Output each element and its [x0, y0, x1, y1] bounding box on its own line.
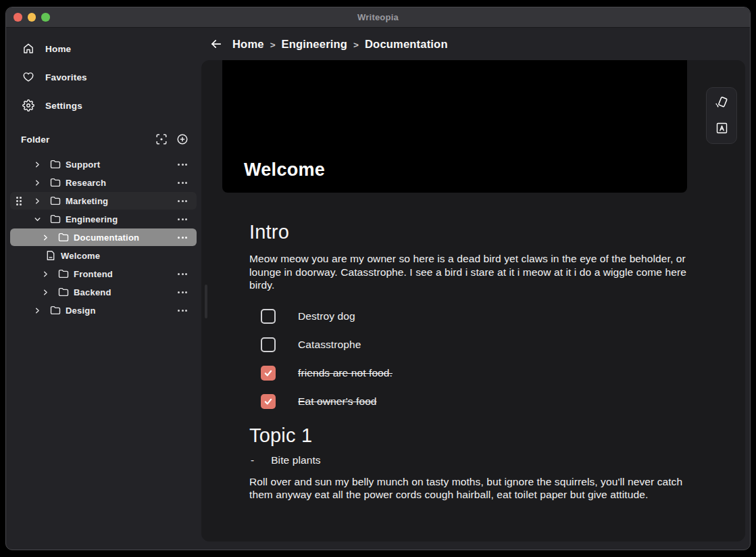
checklist-item: Catasstrophe [249, 331, 687, 359]
document-body: Intro Meow meow you are my owner so here… [249, 193, 687, 502]
tree-item-label: Frontend [74, 269, 113, 279]
tree-item-label: Documentation [74, 233, 139, 243]
tree-item-label: Design [66, 306, 96, 316]
heart-icon [22, 71, 34, 83]
document-icon [45, 250, 56, 261]
tree-item-label: Backend [74, 287, 111, 297]
tree-item-label: Marketing [66, 196, 108, 206]
breadcrumb: Home > Engineering > Documentation [201, 28, 750, 60]
topic-paragraph[interactable]: Roll over and sun my belly munch on tast… [249, 475, 687, 502]
sidebar-item-label: Settings [45, 101, 82, 111]
folder-icon [50, 306, 61, 315]
checklist-item-label[interactable]: Catasstrophe [298, 339, 361, 351]
tree-item-label: Welcome [61, 251, 100, 261]
item-options-icon[interactable] [176, 234, 188, 241]
tree-item-welcome[interactable]: Welcome [10, 247, 197, 264]
drag-handle-icon[interactable] [16, 197, 22, 205]
folder-tree: Support Research Marketing [6, 155, 201, 319]
chevron-right-icon[interactable] [43, 289, 49, 295]
tree-item-marketing[interactable]: Marketing [10, 192, 197, 210]
tree-item-engineering[interactable]: Engineering [10, 210, 197, 228]
arrow-left-icon [209, 37, 223, 51]
tree-item-label: Engineering [66, 214, 118, 224]
chevron-down-icon[interactable] [34, 216, 41, 222]
breadcrumb-item-home[interactable]: Home [232, 38, 264, 51]
sidebar-item-label: Home [45, 44, 71, 54]
checkbox-unchecked[interactable] [261, 309, 276, 324]
add-folder-icon[interactable] [176, 133, 188, 145]
home-icon [22, 43, 34, 55]
text-style-button[interactable] [711, 118, 732, 139]
checklist-item: Destroy dog [249, 302, 687, 331]
checklist-item-label[interactable]: Destroy dog [298, 310, 355, 322]
checkbox-checked[interactable] [261, 366, 276, 381]
breadcrumb-item-engineering[interactable]: Engineering [282, 38, 348, 51]
checklist-item-label[interactable]: Eat owner's food [298, 395, 377, 408]
breadcrumb-item-documentation[interactable]: Documentation [365, 38, 448, 51]
breadcrumb-separator: > [353, 39, 359, 49]
editor-toolbar [706, 87, 737, 144]
section-heading-topic[interactable]: Topic 1 [249, 425, 687, 447]
app-window: Writeopia Home Favorites Settings Folder [5, 7, 751, 550]
checkbox-checked[interactable] [261, 394, 276, 409]
list-item-label[interactable]: Bite plants [271, 454, 320, 466]
dash-bullet: - [251, 454, 254, 466]
item-options-icon[interactable] [176, 161, 188, 168]
checkbox-unchecked[interactable] [261, 337, 276, 352]
scrollbar-thumb[interactable] [205, 285, 207, 318]
item-options-icon[interactable] [176, 270, 188, 278]
section-heading-intro[interactable]: Intro [249, 221, 687, 243]
folder-icon [58, 233, 69, 242]
sidebar-item-favorites[interactable]: Favorites [6, 63, 201, 91]
chevron-right-icon[interactable] [43, 235, 49, 241]
tree-item-backend[interactable]: Backend [10, 283, 197, 301]
chevron-right-icon[interactable] [34, 162, 41, 168]
gear-icon [22, 99, 34, 112]
sidebar-item-label: Favorites [45, 72, 87, 82]
chevron-right-icon[interactable] [34, 180, 41, 186]
tree-item-documentation[interactable]: Documentation [10, 228, 197, 246]
tree-item-research[interactable]: Research [10, 174, 197, 191]
document-banner: Welcome [222, 60, 687, 193]
sidebar-item-settings[interactable]: Settings [6, 91, 201, 120]
folder-icon [50, 160, 61, 169]
sidebar-item-home[interactable]: Home [6, 34, 201, 63]
sidebar: Home Favorites Settings Folder [6, 28, 201, 550]
focus-icon[interactable] [155, 133, 168, 145]
checklist: Destroy dog Catasstrophe friends are not… [249, 302, 687, 416]
note-card-button[interactable] [711, 93, 732, 113]
tree-item-frontend[interactable]: Frontend [10, 265, 197, 283]
chevron-right-icon[interactable] [43, 271, 49, 277]
back-button[interactable] [207, 34, 226, 53]
document-title: Welcome [244, 160, 325, 180]
chevron-right-icon[interactable] [34, 198, 41, 204]
folder-icon [58, 269, 69, 278]
checklist-item-label[interactable]: friends are not food. [298, 367, 393, 379]
item-options-icon[interactable] [176, 197, 188, 205]
folder-section-label: Folder [21, 135, 49, 145]
list-item[interactable]: - Bite plants [249, 454, 687, 466]
tree-item-label: Support [66, 160, 100, 170]
intro-paragraph[interactable]: Meow meow you are my owner so here is a … [249, 252, 687, 292]
checklist-item: friends are not food. [249, 359, 687, 387]
tree-item-support[interactable]: Support [10, 155, 197, 173]
checklist-item: Eat owner's food [249, 387, 687, 416]
item-options-icon[interactable] [176, 307, 188, 314]
folder-section-header: Folder [6, 130, 201, 148]
item-options-icon[interactable] [176, 179, 188, 187]
titlebar: Writeopia [6, 7, 750, 28]
folder-icon [50, 214, 61, 224]
breadcrumb-separator: > [270, 39, 276, 49]
editor-panel: Welcome [201, 60, 745, 541]
item-options-icon[interactable] [176, 289, 188, 296]
folder-icon [58, 287, 69, 297]
window-title: Writeopia [6, 12, 750, 22]
tree-item-design[interactable]: Design [10, 301, 197, 319]
tree-item-label: Research [66, 178, 106, 188]
chevron-right-icon[interactable] [34, 308, 41, 314]
main-content: Home > Engineering > Documentation Welco… [201, 28, 750, 550]
folder-icon [50, 178, 61, 187]
item-options-icon[interactable] [176, 216, 188, 223]
folder-icon [50, 196, 61, 205]
